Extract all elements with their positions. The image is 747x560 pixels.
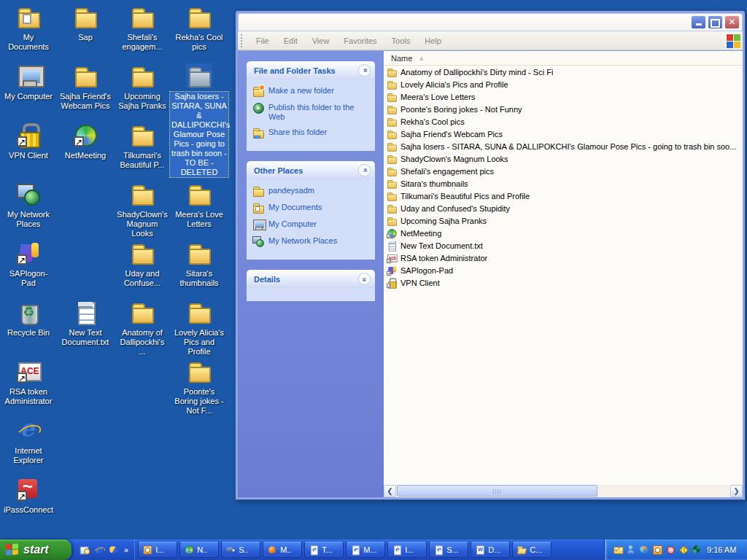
file-row[interactable]: ↗ SAPlogon-Pad [384, 264, 743, 276]
desktop-icon[interactable]: Meera's Love Letters [171, 182, 227, 229]
task-link[interactable]: pandeysadm [252, 185, 371, 197]
file-row[interactable]: Lovely Alicia's Pics and Profile [384, 78, 743, 90]
file-row[interactable]: Rekha's Cool pics [384, 115, 743, 128]
file-row[interactable]: Sajha Friend's Webcam Pics [384, 128, 743, 140]
file-row[interactable]: ShadyClown's Magnum Looks [384, 152, 743, 165]
tray-icon[interactable] [678, 545, 689, 555]
desktop-icon[interactable]: My Network Places [1, 182, 56, 229]
menu-item[interactable]: File [249, 34, 276, 48]
section-header[interactable]: Other Places » [247, 161, 375, 179]
desktop-icon[interactable]: Uday and Confuse... [115, 241, 170, 288]
task-link[interactable]: My Documents [252, 202, 371, 214]
tray-icon[interactable] [626, 545, 636, 555]
file-row[interactable]: ↗ RSA token Administrator [384, 252, 743, 264]
section-header[interactable]: Details » [247, 270, 375, 288]
tray-icon[interactable] [639, 545, 649, 555]
menu-item[interactable]: Favorites [336, 34, 384, 48]
desktop-icon[interactable]: My Documents [1, 4, 56, 52]
desktop-icon[interactable]: ShadyClown's Magnum Looks [115, 182, 170, 238]
taskbar-clock[interactable]: 9:16 AM [707, 545, 736, 554]
desktop-icon[interactable]: Recycle Bin [1, 300, 56, 338]
task-link[interactable]: Make a new folder [252, 85, 371, 97]
scroll-thumb[interactable] [397, 485, 597, 497]
desktop-icon[interactable]: Sajha Friend's Webcam Pics [58, 63, 113, 111]
desktop-icon[interactable]: ↗ NetMeeting [58, 122, 113, 160]
file-row[interactable]: Sajha losers - SITARA, SUNA & DALLIPOKCH… [384, 140, 743, 152]
desktop-icon[interactable]: Sitara's thumbnails [171, 241, 227, 288]
file-row[interactable]: Upcoming Sajha Pranks [384, 214, 743, 227]
quick-launch-icon[interactable] [93, 544, 104, 555]
title-bar[interactable] [238, 13, 743, 31]
desktop-icon[interactable]: Rekha's Cool pics [171, 4, 227, 52]
desktop-icon[interactable]: Internet Explorer [1, 418, 56, 465]
desktop-icon[interactable]: ↗ RSA token Administrator [1, 359, 56, 406]
desktop-icon[interactable]: ↗ iPassConnect [1, 477, 56, 515]
horizontal-scrollbar[interactable]: ❮ ❯ [384, 485, 743, 497]
chevron-icon[interactable]: » [358, 64, 371, 77]
taskbar-window-button[interactable]: M... [346, 542, 385, 558]
desktop-icon[interactable]: Upcoming Sajha Pranks [115, 63, 170, 111]
desktop-icon-image [129, 300, 155, 324]
tray-icon[interactable] [665, 545, 676, 555]
desktop-icon[interactable]: Lovely Alicia's Pics and Profile [171, 300, 227, 357]
file-row[interactable]: Tilkumari's Beautiful Pics and Profile [384, 190, 743, 202]
task-link[interactable]: My Network Places [252, 236, 371, 247]
menu-item[interactable]: Tools [384, 34, 418, 48]
tray-icon[interactable] [613, 545, 623, 555]
file-row[interactable]: Anatomy of Dallipockhi's Dirty mind - Sc… [384, 66, 743, 78]
file-row[interactable]: Meera's Love Letters [384, 90, 743, 103]
file-row[interactable]: ↗ VPN Client [384, 276, 743, 289]
quick-launch-icon[interactable] [108, 544, 119, 555]
maximize-button[interactable] [708, 15, 723, 29]
file-row[interactable]: Sitara's thumbnails [384, 177, 743, 190]
taskbar-window-button[interactable]: I... [387, 542, 427, 558]
desktop-icon[interactable]: Tilkumari's Beautiful P... [115, 122, 170, 170]
desktop-icon-label: My Computer [3, 92, 54, 101]
file-row[interactable]: ↗ NetMeeting [384, 227, 743, 239]
scroll-track[interactable] [396, 485, 730, 497]
chevron-icon[interactable]: » [358, 273, 371, 285]
task-link[interactable]: Share this folder [252, 127, 371, 139]
task-link[interactable]: My Computer [252, 219, 371, 230]
tray-icon[interactable] [692, 545, 702, 555]
file-row[interactable]: Shefali's engagement pics [384, 165, 743, 177]
menu-grip[interactable] [241, 34, 244, 47]
desktop-icon[interactable]: Poonte's Boring jokes - Not F... [171, 359, 227, 416]
menu-item[interactable]: Help [417, 34, 449, 48]
shortcut-arrow-icon: ↗ [74, 136, 84, 147]
menu-item[interactable]: Edit [276, 34, 305, 48]
taskbar-window-button[interactable]: T... [304, 542, 344, 558]
taskbar-window-button[interactable]: S.. [221, 542, 260, 558]
taskbar-window-button[interactable]: N.. [179, 542, 219, 558]
chevron-icon[interactable]: » [358, 164, 371, 176]
taskbar-window-button[interactable]: C... [512, 542, 551, 558]
scroll-right-arrow[interactable]: ❯ [730, 485, 743, 497]
column-header-name[interactable]: Name ▲ [384, 51, 743, 66]
desktop-icon[interactable]: ↗ SAPlogon-Pad [1, 241, 56, 288]
file-row[interactable]: New Text Document.txt [384, 239, 743, 252]
desktop-icon-image [186, 63, 212, 88]
taskbar-window-button[interactable]: M.. [263, 542, 302, 558]
taskbar-window-button[interactable]: I... [138, 542, 177, 558]
file-row[interactable]: Uday and Confused's Stupidity [384, 202, 743, 214]
minimize-button[interactable] [691, 15, 706, 29]
file-row[interactable]: Poonte's Boring jokes - Not Funny [384, 103, 743, 115]
taskbar-window-button[interactable]: D... [471, 542, 510, 558]
desktop-icon[interactable]: My Computer [1, 63, 56, 101]
desktop-icon[interactable]: Sap [58, 4, 113, 42]
menu-item[interactable]: View [305, 34, 337, 48]
desktop-icon[interactable]: Anatomy of Dallipockhi's ... [115, 300, 170, 357]
taskbar-window-button[interactable]: S... [429, 542, 468, 558]
desktop-icon[interactable]: Sajha losers - SITARA, SUNA & DALLIPOKCH… [171, 63, 227, 177]
scroll-left-arrow[interactable]: ❮ [384, 485, 396, 497]
section-header[interactable]: File and Folder Tasks » [247, 61, 375, 79]
task-link[interactable]: Publish this folder to the Web [252, 102, 371, 122]
quick-launch-overflow-chevron[interactable]: » [123, 545, 130, 554]
desktop-icon[interactable]: ↗ VPN Client [1, 122, 56, 160]
start-button[interactable]: start [0, 540, 71, 560]
tray-icon[interactable] [652, 545, 662, 555]
quick-launch-icon[interactable] [79, 544, 90, 555]
desktop-icon[interactable]: Shefali's engagem... [115, 4, 170, 52]
close-button[interactable] [724, 15, 740, 29]
desktop-icon[interactable]: New Text Document.txt [58, 300, 113, 347]
